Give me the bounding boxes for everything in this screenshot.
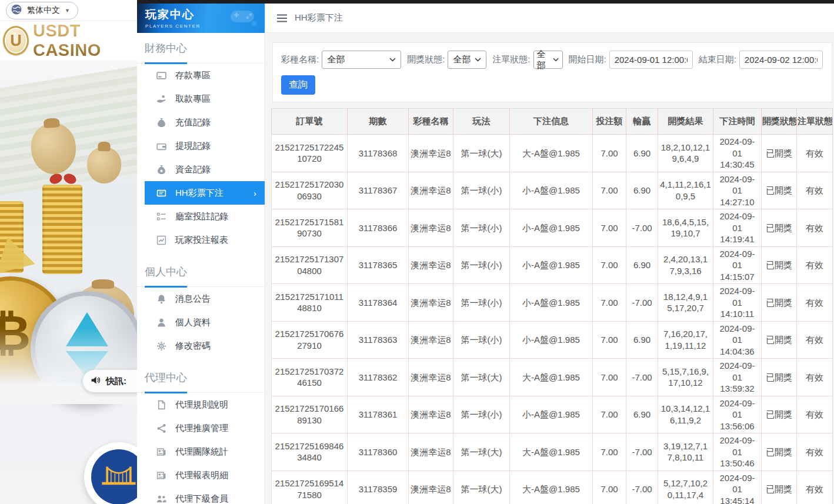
- menu-toggle-icon[interactable]: [276, 14, 288, 23]
- promo-fade: [0, 328, 137, 404]
- section-title: 個人中心: [137, 256, 265, 287]
- table-row: 215217251701668913031178361澳洲幸运8第一球(小)小-…: [272, 396, 833, 433]
- sidebar-item-label: 修改密碼: [175, 341, 211, 352]
- table-cell: 小-A盤@1.985: [510, 246, 593, 284]
- agent-promo-icon: [156, 423, 166, 433]
- sidebar-item-deposit-card[interactable]: 存款專區: [137, 64, 265, 87]
- sidebar-item-agent-promo[interactable]: 代理推廣管理: [137, 416, 265, 440]
- room-bet-record-icon: [156, 212, 166, 222]
- table-cell: 3,19,12,7,17,8,10,11: [658, 433, 713, 471]
- order-status-select[interactable]: 全部: [533, 51, 563, 69]
- table-cell: 澳洲幸运8: [409, 172, 453, 209]
- section-title: 財務中心: [137, 33, 265, 64]
- sidebar-item-agent-team[interactable]: 代理團隊統計: [137, 440, 265, 463]
- sidebar-item-lottery-bet[interactable]: HH彩票下注›: [145, 181, 265, 205]
- table-cell: 2024-09-01 14:30:45: [713, 135, 762, 172]
- players-center-banner: 玩家中心 PLAYERS CENTER: [137, 4, 265, 33]
- sidebar-item-label: 代理規則說明: [175, 399, 228, 410]
- sidebar-item-label: 消息公告: [175, 293, 211, 305]
- language-label: 繁体中文: [27, 5, 60, 16]
- column-header: 下注信息: [510, 109, 593, 135]
- table-cell: 2024-09-01 14:19:41: [713, 209, 762, 247]
- sidebar-item-player-report[interactable]: 玩家投注報表: [137, 228, 265, 252]
- brand-logo: U USDT CASINO: [0, 21, 137, 60]
- agent-report-icon: [156, 470, 166, 480]
- sidebar-item-label: 充值記錄: [175, 117, 211, 128]
- table-row: 215217251706762791031178363澳洲幸运8第一球(小)小-…: [272, 321, 833, 359]
- table-cell: 已開獎: [762, 135, 797, 172]
- ticker-label: 快訊:: [106, 376, 126, 387]
- start-date-input[interactable]: [609, 51, 693, 69]
- sidebar-item-label: 代理團隊統計: [175, 446, 228, 458]
- column-header: 注單狀態: [797, 109, 833, 135]
- table-row: 215217251710114881031178364澳洲幸运8第一球(小)小-…: [272, 284, 833, 322]
- coin-stack-graphic: [42, 185, 82, 274]
- sidebar-item-label: 廳室投註記錄: [175, 211, 228, 222]
- sidebar-item-label: 個人資料: [175, 317, 211, 328]
- lottery-type-label: 彩種名稱:: [281, 54, 319, 65]
- sidebar-item-agent-report[interactable]: 代理報表明細: [137, 463, 265, 487]
- gold-arrow-graphic: [0, 232, 35, 274]
- table-cell: 2152172517130704800: [272, 246, 348, 284]
- table-cell: 2152172517067627910: [272, 321, 348, 359]
- table-cell: 2152172516951471580: [272, 470, 348, 504]
- table-cell: 已開獎: [762, 246, 797, 284]
- table-cell: 7.00: [593, 470, 626, 504]
- sidebar-item-withdraw-hand[interactable]: 取款專區: [137, 87, 265, 111]
- sidebar-item-recharge-bag[interactable]: 充值記錄: [137, 111, 265, 134]
- globe-icon: [11, 4, 22, 17]
- sidebar-item-agent-members[interactable]: 代理下級會員: [137, 487, 265, 504]
- table-cell: 7.00: [593, 172, 626, 209]
- table-cell: 已開獎: [762, 321, 797, 359]
- table-cell: 澳洲幸运8: [409, 396, 453, 433]
- sidebar-item-label: 代理下級會員: [175, 493, 228, 504]
- table-cell: 有效: [797, 246, 833, 284]
- sidebar-item-profile[interactable]: 個人資料: [137, 311, 265, 334]
- table-cell: 第一球(大): [453, 470, 510, 504]
- end-date-input[interactable]: [739, 51, 823, 69]
- table-cell: 已開獎: [762, 209, 797, 247]
- player-report-icon: [156, 235, 166, 245]
- sidebar-item-agent-rules[interactable]: 代理規則說明: [137, 393, 265, 416]
- table-cell: 2024-09-01 14:10:11: [713, 284, 762, 322]
- sidebar-item-room-bet-record[interactable]: 廳室投註記錄: [137, 205, 265, 228]
- speaker-icon: [91, 375, 101, 387]
- table-cell: 已開獎: [762, 172, 797, 209]
- table-cell: -7.00: [626, 470, 658, 504]
- table-cell: 2152172517101148810: [272, 284, 348, 322]
- table-cell: 大-A盤@1.985: [510, 135, 593, 172]
- table-cell: 第一球(大): [453, 135, 510, 172]
- funds-record-icon: [156, 165, 166, 175]
- sidebar-item-password-gear[interactable]: 修改密碼: [137, 334, 265, 358]
- order-status-label: 注單狀態:: [492, 54, 530, 65]
- table-cell: 2152172517203006930: [272, 172, 348, 209]
- sidebar-item-funds-record[interactable]: 資金記錄: [137, 158, 265, 181]
- agent-team-icon: [156, 447, 166, 457]
- bridge-logo-icon: [91, 449, 137, 504]
- table-cell: 有效: [797, 396, 833, 433]
- language-selector[interactable]: 繁体中文 ▼: [6, 2, 78, 19]
- table-row: 215217251698463484031178360澳洲幸运8第一球(大)大-…: [272, 433, 833, 471]
- end-date-label: 結束日期:: [699, 54, 736, 65]
- table-cell: 已開獎: [762, 470, 797, 504]
- table-cell: 2024-09-01 13:50:46: [713, 433, 762, 471]
- table-cell: 有效: [797, 470, 833, 504]
- table-cell: 2024-09-01 13:45:14: [713, 470, 762, 504]
- draw-status-select[interactable]: 全部: [448, 51, 486, 69]
- news-ticker[interactable]: 快訊:: [83, 370, 137, 392]
- table-body: 215217251722451072031178368澳洲幸运8第一球(大)大-…: [272, 135, 833, 504]
- search-button[interactable]: 查詢: [281, 75, 315, 95]
- lottery-type-select[interactable]: 全部: [322, 51, 401, 69]
- table-cell: 31178361: [348, 396, 409, 433]
- sidebar-item-bell[interactable]: 消息公告: [137, 287, 265, 311]
- table-row: 215217251713070480031178365澳洲幸运8第一球(小)小-…: [272, 246, 833, 284]
- recharge-bag-icon: [156, 118, 166, 128]
- table-cell: 7.00: [593, 359, 626, 396]
- table-cell: 澳洲幸运8: [409, 284, 453, 322]
- table-cell: 有效: [797, 359, 833, 396]
- table-cell: 有效: [797, 284, 833, 322]
- table-cell: 大-A盤@1.985: [510, 433, 593, 471]
- table-cell: -7.00: [626, 433, 658, 471]
- sidebar-item-withdraw-record[interactable]: 提現記錄: [137, 134, 265, 158]
- table-cell: 小-A盤@1.985: [510, 284, 593, 322]
